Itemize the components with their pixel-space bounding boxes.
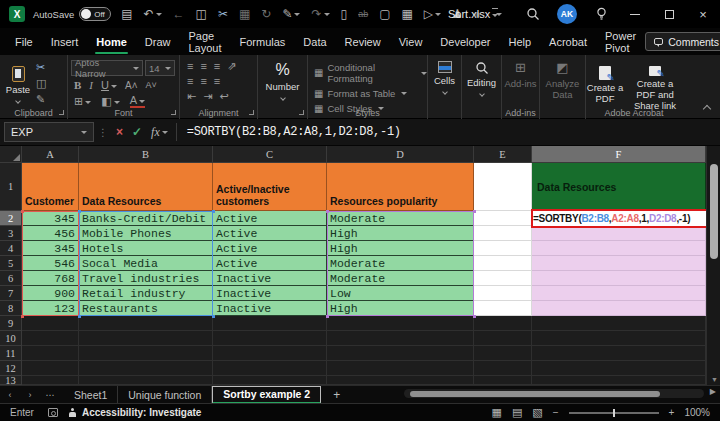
name-box[interactable]: EXP [4, 122, 94, 142]
column-header-D[interactable]: D [327, 146, 474, 163]
macro-record-icon[interactable] [48, 408, 58, 417]
cell-C1[interactable]: Active/Inactive customers [213, 163, 327, 211]
cell-D12[interactable] [327, 361, 474, 376]
copy-icon[interactable]: ◫ [196, 8, 207, 20]
cell-D8[interactable]: High [327, 301, 474, 316]
cell-C8[interactable]: Inactive [213, 301, 327, 316]
ribbon-tab-file[interactable]: File [6, 28, 42, 55]
cell-F6[interactable] [532, 271, 706, 286]
cell-A3[interactable]: 456 [22, 226, 79, 241]
cell-A6[interactable]: 768 [22, 271, 79, 286]
cell-D4[interactable]: High [327, 241, 474, 256]
cell-A2[interactable]: 345 [22, 211, 79, 226]
cell-F11[interactable] [532, 346, 706, 361]
column-header-F[interactable]: F [532, 146, 706, 163]
clipboard-dialog-launcher-icon[interactable] [59, 110, 64, 115]
column-header-E[interactable]: E [474, 146, 532, 163]
font-name-combo[interactable]: Aptos Narrow [71, 60, 143, 76]
row-header-4[interactable]: 4 [0, 241, 22, 256]
account-avatar[interactable]: AK [550, 4, 584, 24]
new-sheet-button[interactable]: + [321, 388, 352, 402]
fill-color-icon[interactable]: ◧ [101, 96, 119, 107]
cell-A7[interactable]: 900 [22, 286, 79, 301]
ribbon-tab-help[interactable]: Help [499, 28, 540, 55]
scroll-down-icon[interactable]: ▼ [711, 376, 718, 383]
cell-D7[interactable]: Low [327, 286, 474, 301]
cell-C7[interactable]: Inactive [213, 286, 327, 301]
cut-icon[interactable]: ✂ [36, 62, 46, 73]
sheet-tab-unique-function[interactable]: Unique function [118, 386, 212, 404]
column-header-A[interactable]: A [22, 146, 79, 163]
sheet-more-icon[interactable]: ⋯ [40, 390, 60, 400]
cell-D9[interactable] [327, 316, 474, 331]
font-dialog-launcher-icon[interactable] [171, 110, 176, 115]
ribbon-tab-insert[interactable]: Insert [42, 28, 88, 55]
cell-B7[interactable]: Retail industry [79, 286, 213, 301]
cell-A10[interactable] [22, 331, 79, 346]
zoom-level[interactable]: 100% [684, 407, 710, 418]
search-icon[interactable] [516, 7, 550, 21]
copy-icon[interactable]: ◫ [36, 78, 46, 89]
cell-E2[interactable] [474, 211, 532, 226]
cell-F10[interactable] [532, 331, 706, 346]
format-painter-icon[interactable]: ✎ [36, 94, 46, 105]
ribbon-tab-home[interactable]: Home [87, 28, 136, 55]
active-cell-F2-formula[interactable]: =SORTBY(B2:B8,A2:A8,1,D2:D8,-1) [532, 211, 706, 226]
cell-F1[interactable]: Data Resources [532, 163, 706, 211]
ribbon-tab-power-pivot[interactable]: Power Pivot [596, 28, 645, 55]
column-header-B[interactable]: B [79, 146, 213, 163]
cell-D11[interactable] [327, 346, 474, 361]
ribbon-tab-review[interactable]: Review [336, 28, 390, 55]
scroll-right-icon[interactable]: ▶ [710, 387, 716, 396]
window-title[interactable]: Sort.xlsx [448, 0, 502, 28]
font-size-combo[interactable]: 14 [145, 60, 175, 76]
save-icon[interactable]: ▤ [121, 8, 132, 20]
insert-function-button[interactable]: fx [151, 125, 168, 140]
cell-F5[interactable] [532, 256, 706, 271]
horizontal-scrollbar-thumb[interactable] [410, 391, 660, 397]
cell-F9[interactable] [532, 316, 706, 331]
create-pdf-share-button[interactable]: Create a PDF and Share link [628, 60, 682, 112]
align-center-icon[interactable]: ≡ [200, 76, 206, 87]
cell-A5[interactable]: 546 [22, 256, 79, 271]
zoom-out-button[interactable]: − [553, 407, 559, 418]
increase-indent-icon[interactable]: ⇥ [203, 91, 212, 102]
cell-B10[interactable] [79, 331, 213, 346]
cell-C12[interactable] [213, 361, 327, 376]
cell-A9[interactable] [22, 316, 79, 331]
cell-D5[interactable]: Moderate [327, 256, 474, 271]
orientation-icon[interactable]: ⇗ [227, 61, 236, 72]
cell-B8[interactable]: Restaurants [79, 301, 213, 316]
addins-button[interactable]: ⊞ Add-ins [502, 55, 539, 107]
italic-button[interactable]: I [89, 80, 93, 91]
styles-item-format-as-table[interactable]: ▦Format as Table [314, 88, 427, 99]
cell-C2[interactable]: Active [213, 211, 327, 226]
align-middle-icon[interactable]: ≡ [200, 61, 206, 72]
underline-button[interactable]: U [101, 80, 117, 91]
vertical-scrollbar-thumb[interactable] [710, 164, 718, 259]
row-header-11[interactable]: 11 [0, 346, 22, 361]
increase-font-icon[interactable]: A˄ [125, 81, 138, 91]
cell-B4[interactable]: Hotels [79, 241, 213, 256]
cell-E7[interactable] [474, 286, 532, 301]
sheet-tab-sheet1[interactable]: Sheet1 [64, 386, 118, 404]
zoom-in-button[interactable]: + [669, 407, 675, 418]
autosave-toggle[interactable]: Off [79, 7, 111, 21]
row-header-6[interactable]: 6 [0, 271, 22, 286]
sheet-tab-sortby-example-2[interactable]: Sortby example 2 [212, 386, 321, 404]
decrease-font-icon[interactable]: A˅ [145, 81, 156, 90]
zoom-slider-thumb[interactable] [613, 409, 615, 417]
cell-E1[interactable] [474, 163, 532, 211]
formula-input[interactable]: =SORTBY(B2:B8,A2:A8,1,D2:D8,-1) [177, 125, 720, 139]
styles-item-conditional-formatting[interactable]: ▦Conditional Formatting [314, 62, 427, 84]
row-header-8[interactable]: 8 [0, 301, 22, 316]
alignment-dialog-launcher-icon[interactable] [249, 110, 254, 115]
cell-C5[interactable]: Active [213, 256, 327, 271]
cell-E13[interactable] [474, 376, 532, 385]
cell-C11[interactable] [213, 346, 327, 361]
cell-B2[interactable]: Banks-Credit/Debit cards [79, 211, 213, 226]
cell-E5[interactable] [474, 256, 532, 271]
back-icon[interactable]: ← [173, 8, 185, 20]
camera-icon[interactable]: ▢ [379, 8, 390, 20]
new-document-icon[interactable]: ▯ [341, 8, 348, 20]
